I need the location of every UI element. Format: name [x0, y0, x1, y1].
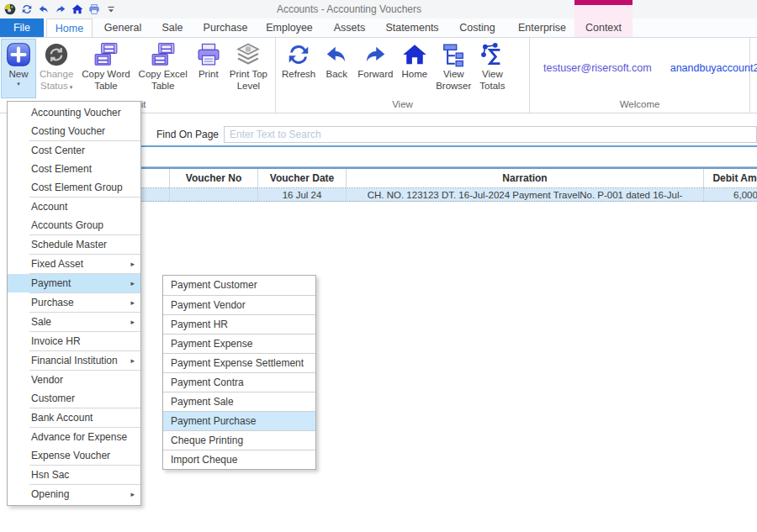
submenu-item-payment-hr[interactable]: Payment HR [163, 314, 315, 334]
submenu-item-payment-expense[interactable]: Payment Expense [163, 334, 315, 353]
print-button[interactable]: Print [192, 40, 225, 97]
tab-purchase[interactable]: Purchase [192, 18, 259, 37]
refresh-button[interactable]: Refresh [278, 40, 320, 97]
submenu-item-payment-expense-settlement[interactable]: Payment Expense Settlement [163, 353, 315, 372]
menu-item-invoice-hr[interactable]: Invoice HR [8, 332, 140, 350]
menu-item-label: Advance for Expense [31, 431, 127, 443]
print-top-level-button[interactable]: Print TopLevel [225, 40, 272, 97]
printer-qat-icon[interactable] [88, 3, 100, 15]
menu-item-accounts-group[interactable]: Accounts Group [8, 216, 140, 234]
find-on-page-input[interactable] [224, 126, 757, 143]
button-label-text: View [443, 69, 464, 79]
button-label-line: Change [40, 69, 73, 81]
button-label-line: Print Top [230, 69, 267, 81]
menu-item-vendor[interactable]: Vendor [8, 371, 140, 389]
button-label-line: Forward [357, 69, 393, 81]
new-button[interactable]: New▾ [2, 40, 35, 97]
menu-item-label: Expense Voucher [31, 450, 110, 461]
tab-assets[interactable]: Assets [320, 18, 379, 37]
vouchers-table: Voucher NoVoucher DateNarrationDebit Amo… [141, 166, 757, 202]
submenu-item-payment-purchase[interactable]: Payment Purchase [163, 411, 315, 430]
back-button[interactable]: Back [320, 40, 353, 97]
menu-item-account[interactable]: Account [8, 198, 140, 216]
find-on-page-bar: Find On Page [141, 124, 757, 145]
submenu-item-payment-contra[interactable]: Payment Contra [163, 372, 315, 392]
button-label-text: Back [326, 69, 347, 79]
ribbon-group-welcome: testuser@risersoft.comanandbuyaccount2We… [530, 38, 750, 113]
column-header-voucher-date[interactable]: Voucher Date [257, 169, 346, 188]
submenu-item-cheque-printing[interactable]: Cheque Printing [163, 430, 315, 450]
button-label-text: Totals [479, 81, 505, 91]
button-label-text: New [8, 69, 28, 79]
table-row[interactable]: 16 Jul 24CH. NO. 123123 DT. 16-Jul-2024 … [141, 188, 757, 202]
tab-costing[interactable]: Costing [445, 18, 510, 37]
cell-voucher-no [169, 188, 257, 202]
menu-item-label: Bank Account [31, 412, 93, 424]
submenu-item-payment-customer[interactable]: Payment Customer [163, 276, 315, 295]
tab-enterprise[interactable]: Enterprise [510, 18, 574, 37]
menu-item-purchase[interactable]: Purchase▸ [8, 293, 140, 312]
menu-item-cost-element-group[interactable]: Cost Element Group [8, 178, 140, 197]
menu-item-opening[interactable]: Opening▸ [8, 485, 140, 503]
refresh-icon[interactable] [21, 3, 33, 15]
menu-item-label: Financial Institution [31, 355, 118, 366]
submenu-item-payment-vendor[interactable]: Payment Vendor [163, 295, 315, 314]
menu-item-schedule-master[interactable]: Schedule Master [8, 235, 140, 254]
menu-item-advance-for-expense[interactable]: Advance for Expense [8, 428, 140, 446]
application-window: Accounts - Accounting Vouchers FileHomeG… [0, 0, 757, 532]
submenu-item-payment-sale[interactable]: Payment Sale [163, 392, 315, 411]
ribbon-group-view: RefreshBackForwardHomeViewBrowserViewTot… [276, 38, 530, 113]
menu-item-label: Fixed Asset [31, 258, 83, 270]
tab-file[interactable]: File [0, 18, 44, 37]
tab-sale[interactable]: Sale [153, 18, 192, 37]
menu-item-sale[interactable]: Sale▸ [8, 313, 140, 331]
column-header-narration[interactable]: Narration [346, 169, 703, 188]
back-icon [324, 42, 349, 67]
home-icon[interactable] [71, 3, 83, 15]
user-email-link[interactable]: testuser@risersoft.com [543, 62, 652, 74]
menu-item-costing-voucher[interactable]: Costing Voucher [8, 122, 140, 140]
menu-item-fixed-asset[interactable]: Fixed Asset▸ [8, 255, 140, 273]
submenu-arrow-icon: ▸ [130, 293, 135, 312]
ribbon-group-label: Welcome [530, 98, 749, 113]
tab-statements[interactable]: Statements [379, 18, 445, 37]
tab-general[interactable]: General [93, 18, 153, 37]
menu-item-cost-element[interactable]: Cost Element [8, 160, 140, 178]
menu-item-label: Purchase [31, 297, 74, 308]
button-label-line: View [482, 69, 503, 81]
button-label-line: New [8, 69, 28, 81]
menu-item-bank-account[interactable]: Bank Account [8, 408, 140, 427]
column-header-blank[interactable] [141, 169, 169, 188]
tab-home[interactable]: Home [46, 18, 93, 37]
menu-item-cost-center[interactable]: Cost Center [8, 141, 140, 160]
copy-word-table-button[interactable]: Copy WordTable [77, 40, 134, 97]
forward-button[interactable]: Forward [353, 40, 397, 97]
menu-item-payment[interactable]: Payment▸ [8, 274, 140, 292]
account-name-link[interactable]: anandbuyaccount2 [670, 62, 757, 74]
layers-icon [236, 42, 261, 67]
tab-employee[interactable]: Employee [259, 18, 320, 37]
button-label-line: Browser [436, 81, 471, 92]
app-logo-icon[interactable] [4, 3, 16, 15]
printer-icon [196, 42, 221, 67]
cell-debit-amount: 6,000 [703, 188, 757, 202]
change-status-button[interactable]: ChangeStatus ▾ [35, 40, 77, 97]
forward-icon[interactable] [55, 3, 66, 15]
dropdown-arrow-icon: ▾ [17, 81, 20, 87]
menu-item-customer[interactable]: Customer [8, 389, 140, 408]
menu-item-accounting-voucher[interactable]: Accounting Voucher [8, 103, 140, 122]
menu-item-financial-institution[interactable]: Financial Institution▸ [8, 351, 140, 370]
home-button[interactable]: Home [397, 40, 431, 97]
submenu-item-import-cheque[interactable]: Import Cheque [163, 450, 315, 469]
column-header-debit-amount[interactable]: Debit Amount [703, 169, 757, 188]
menu-item-hsn-sac[interactable]: Hsn Sac [8, 466, 140, 484]
copy-excel-table-button[interactable]: Copy ExcelTable [135, 40, 192, 97]
customize-icon[interactable] [107, 5, 115, 13]
tab-context[interactable]: Context [574, 18, 633, 37]
ribbon-group-label: View [276, 98, 529, 113]
back-icon[interactable] [38, 3, 50, 15]
menu-item-expense-voucher[interactable]: Expense Voucher [8, 446, 140, 465]
view-browser-button[interactable]: ViewBrowser [431, 40, 475, 97]
column-header-voucher-no[interactable]: Voucher No [169, 169, 257, 188]
view-totals-button[interactable]: ViewTotals [475, 40, 509, 97]
